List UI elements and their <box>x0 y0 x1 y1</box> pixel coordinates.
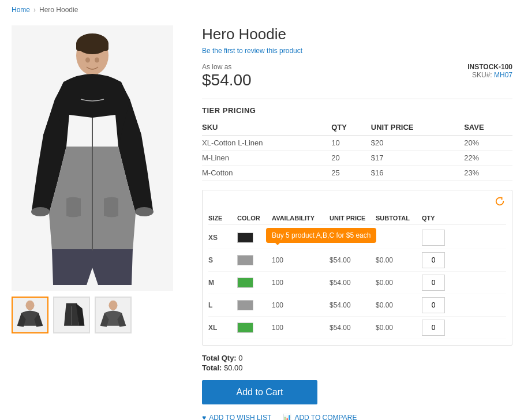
qty-input[interactable] <box>422 252 445 268</box>
total-qty-value: 0 <box>238 354 242 362</box>
as-low-as: As low as <box>202 63 252 71</box>
svg-point-10 <box>26 301 35 310</box>
total-price-value: $0.00 <box>224 363 243 372</box>
total-price-row: Total: $0.00 <box>202 363 512 372</box>
table-row: S 100 $54.00 $0.00 <box>208 249 506 272</box>
availability-value: 100 <box>272 301 330 309</box>
qty-table-header <box>208 196 506 208</box>
add-to-compare-link[interactable]: 📊 ADD TO COMPARE <box>283 414 357 420</box>
tier-qty: 10 <box>331 136 371 151</box>
breadcrumb-sep: › <box>33 6 36 14</box>
thumbnails <box>12 297 185 333</box>
size-label: S <box>208 256 237 264</box>
color-swatch <box>237 232 253 243</box>
tier-save: 20% <box>464 136 512 151</box>
color-swatch-cell <box>237 322 272 333</box>
thumbnail-3[interactable] <box>95 297 132 333</box>
total-price-label: Total: <box>202 363 222 372</box>
tier-pricing-table: SKU QTY UNIT PRICE SAVE XL-Cotton L-Line… <box>202 121 512 181</box>
qty-rows: XS 100Buy 5 product A,B,C for $5 each S … <box>208 227 506 339</box>
tier-save: 22% <box>464 151 512 166</box>
qty-table-columns: SIZE COLOR AVAILABILITY UNIT PRICE SUBTO… <box>208 212 506 224</box>
tier-row: M-Cotton 25 $16 23% <box>202 166 512 181</box>
tier-row: M-Linen 20 $17 22% <box>202 151 512 166</box>
price-row: As low as $54.00 INSTOCK-100 SKU#: MH07 <box>202 63 512 89</box>
table-row: XS 100Buy 5 product A,B,C for $5 each <box>208 227 506 249</box>
size-label: XL <box>208 324 237 332</box>
tooltip-bubble: Buy 5 product A,B,C for $5 each <box>266 228 376 243</box>
col-availability: AVAILABILITY <box>272 215 330 222</box>
svg-point-7 <box>31 207 50 216</box>
table-row: L 100 $54.00 $0.00 <box>208 294 506 317</box>
totals-row: Total Qty: 0 Total: $0.00 <box>202 354 512 372</box>
sku-value: MH07 <box>494 71 512 79</box>
breadcrumb: Home › Hero Hoodie <box>0 0 524 20</box>
tier-qty: 25 <box>331 166 371 181</box>
stock-status: INSTOCK-100 <box>467 63 512 71</box>
color-swatch <box>237 322 253 333</box>
tier-col-sku: SKU <box>202 121 331 136</box>
qty-input[interactable] <box>422 320 445 336</box>
table-row: XL 100 $54.00 $0.00 <box>208 317 506 339</box>
stock-info: INSTOCK-100 SKU#: MH07 <box>467 63 512 79</box>
col-color: COLOR <box>237 215 272 222</box>
subtotal-value: $0.00 <box>376 301 422 309</box>
product-info: Hero Hoodie Be the first to review this … <box>202 25 512 420</box>
tier-col-save: SAVE <box>464 121 512 136</box>
tier-pricing-title: TIER PRICING <box>202 106 512 115</box>
qty-input[interactable] <box>422 230 445 246</box>
availability-value: 100 <box>272 256 330 264</box>
size-label: L <box>208 301 237 309</box>
availability-value: 100Buy 5 product A,B,C for $5 each <box>272 234 330 242</box>
wishlist-label: ADD TO WISH LIST <box>209 414 271 420</box>
product-images <box>12 25 185 420</box>
size-label: M <box>208 279 237 287</box>
tier-qty: 20 <box>331 151 371 166</box>
thumbnail-2[interactable] <box>53 297 90 333</box>
thumbnail-1[interactable] <box>12 297 48 333</box>
add-to-cart-button[interactable]: Add to Cart <box>202 380 317 404</box>
col-unit-price: UNIT PRICE <box>330 215 376 222</box>
color-swatch-cell <box>237 300 272 310</box>
color-swatch-cell <box>237 278 272 288</box>
tier-sku: XL-Cotton L-Linen <box>202 136 331 151</box>
tier-col-unit: UNIT PRICE <box>371 121 464 136</box>
tier-sku: M-Linen <box>202 151 331 166</box>
svg-point-8 <box>135 207 154 216</box>
color-swatch <box>237 278 253 288</box>
breadcrumb-current: Hero Hoodie <box>39 6 78 14</box>
sku-label: SKU#: <box>472 71 492 79</box>
tier-sku: M-Cotton <box>202 166 331 181</box>
compare-label: ADD TO COMPARE <box>294 414 357 420</box>
unit-price-value: $54.00 <box>330 324 376 332</box>
svg-point-5 <box>85 58 90 63</box>
main-product-image <box>12 25 173 291</box>
qty-input[interactable] <box>422 275 445 291</box>
product-price: $54.00 <box>202 71 252 89</box>
add-to-wishlist-link[interactable]: ♥ ADD TO WISH LIST <box>202 414 271 420</box>
availability-value: 100 <box>272 324 330 332</box>
qty-matrix-wrapper: SIZE COLOR AVAILABILITY UNIT PRICE SUBTO… <box>202 190 512 346</box>
subtotal-value: $0.00 <box>376 256 422 264</box>
qty-input[interactable] <box>422 297 445 313</box>
refresh-icon[interactable] <box>495 196 506 208</box>
sku-row: SKU#: MH07 <box>467 71 512 79</box>
breadcrumb-home[interactable]: Home <box>12 6 30 14</box>
col-qty: QTY <box>422 215 451 222</box>
total-qty-row: Total Qty: 0 <box>202 354 512 362</box>
subtotal-value: $0.00 <box>376 324 422 332</box>
product-page: Hero Hoodie Be the first to review this … <box>0 20 524 420</box>
tier-unit-price: $20 <box>371 136 464 151</box>
table-row: M 100 $54.00 $0.00 <box>208 272 506 294</box>
bottom-actions: ♥ ADD TO WISH LIST 📊 ADD TO COMPARE <box>202 414 512 420</box>
review-link[interactable]: Be the first to review this product <box>202 47 512 55</box>
tier-row: XL-Cotton L-Linen 10 $20 20% <box>202 136 512 151</box>
color-swatch <box>237 255 253 265</box>
price-block: As low as $54.00 <box>202 63 252 89</box>
tier-col-qty: QTY <box>331 121 371 136</box>
tier-unit-price: $17 <box>371 151 464 166</box>
svg-point-6 <box>95 58 99 63</box>
unit-price-value: $54.00 <box>330 256 376 264</box>
tier-save: 23% <box>464 166 512 181</box>
heart-icon: ♥ <box>202 414 206 420</box>
